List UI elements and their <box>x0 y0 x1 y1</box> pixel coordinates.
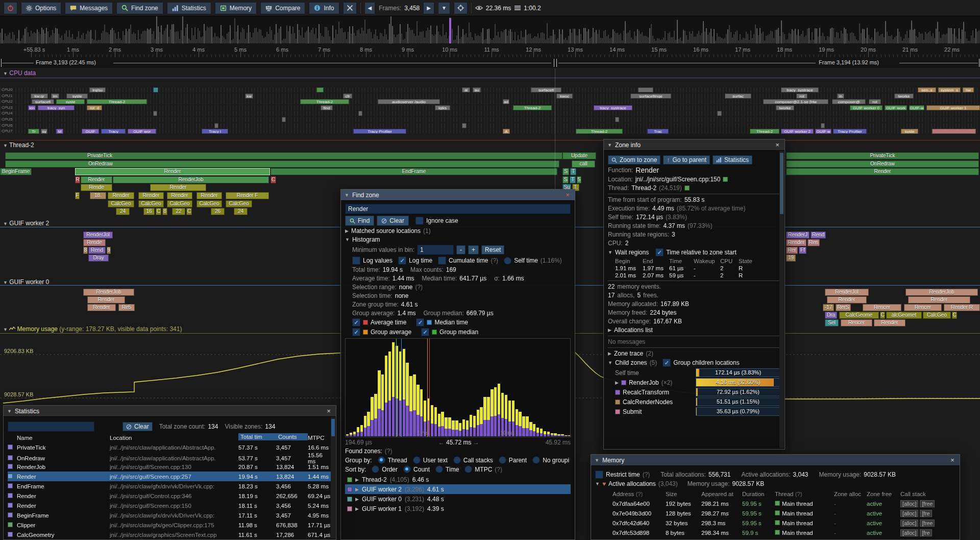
zone[interactable]: Rende <box>81 184 112 191</box>
cpu-zone[interactable]: lgiks <box>435 105 450 110</box>
reset-button[interactable]: Reset <box>481 245 504 254</box>
frame-spans-row[interactable]: Frame 3,193 (22.45 ms)Frame 3,194 (13.92… <box>0 57 980 69</box>
zone[interactable]: Rend <box>811 231 826 239</box>
found-zone-group-row[interactable]: ▶GUIF worker 1(3,192)4.39 s <box>345 504 571 513</box>
zone[interactable]: CalcGeo <box>167 200 192 207</box>
zone[interactable]: Render <box>87 296 125 303</box>
zone[interactable]: C <box>271 176 276 183</box>
zone[interactable]: Render <box>197 192 222 199</box>
cpu-zone[interactable]: Trac <box>647 129 669 134</box>
cpu-zone[interactable]: audioserver /audio <box>378 99 440 104</box>
zone[interactable]: Rencer <box>863 304 901 311</box>
statistics-button[interactable]: Statistics <box>167 2 211 14</box>
cpu-zone[interactable]: syste <box>66 93 88 99</box>
zone[interactable]: CalcGeo <box>197 200 222 207</box>
cpu-zone[interactable]: Thread-2 <box>750 129 779 134</box>
source-color-swatch[interactable] <box>723 177 728 182</box>
frame-histogram-strip[interactable] <box>0 16 980 44</box>
min-bin-input[interactable] <box>417 245 454 255</box>
next-frame-button[interactable]: ▶ <box>423 2 434 14</box>
zone[interactable]: 24 <box>234 208 248 215</box>
cpu-zone[interactable]: GUIF worker 2 <box>781 129 814 134</box>
zone[interactable]: T <box>570 176 576 183</box>
zone[interactable]: Render <box>874 319 905 326</box>
column-total-time[interactable]: Total tim <box>238 433 276 440</box>
zone[interactable]: C <box>952 312 957 319</box>
cpu-zone[interactable]: GUIF-w <box>909 105 924 110</box>
wait-column-header[interactable]: State <box>739 258 759 264</box>
cpu-zone[interactable]: M <box>56 129 63 134</box>
matched-locations-expander[interactable]: ▶ Matched source locations (1) <box>345 227 571 234</box>
histogram-plot[interactable]: 1 ms10 ms <box>345 338 571 437</box>
zone[interactable]: RenderJob <box>113 176 269 183</box>
zone[interactable]: CalcGeome <box>839 312 879 319</box>
search-input[interactable] <box>345 204 571 214</box>
memory-allocation-row[interactable]: 0x7dfc42d64032 bytes298.3 ms59.95 sMain … <box>595 518 955 528</box>
messages-button[interactable]: Messages <box>65 2 113 14</box>
scrollbar-thumb[interactable] <box>331 419 335 436</box>
cpu-zone[interactable]: GUIF worker 1 <box>926 105 980 110</box>
zone[interactable]: Render <box>167 192 192 199</box>
column-appeared-at[interactable]: Appeared at <box>701 491 742 497</box>
cpu-zone[interactable]: rot <box>796 93 807 99</box>
call-stack-chip[interactable]: [fre <box>920 510 932 517</box>
thread-color-swatch[interactable] <box>684 185 690 191</box>
cpu-zone[interactable]: GUIF work <box>885 105 907 110</box>
memory-allocation-row[interactable]: 0x7dfc53d8988 bytes298.34 ms59.9 sMain t… <box>595 528 955 537</box>
location-value[interactable]: jni/../jni/src/guif/Screen.cpp:150 <box>635 176 721 183</box>
call-stack-chip[interactable]: [alloc] <box>900 529 918 536</box>
go-to-parent-button[interactable]: ↑ Go to parent <box>663 155 710 165</box>
statistics-row[interactable]: Renderjni/../jni/src/guif/Screen.cpp:150… <box>8 501 332 510</box>
zone[interactable]: Render <box>138 192 164 199</box>
cpu-zone[interactable]: Tracy Profiler <box>353 129 406 134</box>
sort-by-option[interactable] <box>435 465 443 473</box>
wait-column-header[interactable]: Begin <box>615 258 643 264</box>
zone[interactable]: RenderJob <box>83 289 134 296</box>
zoom-out-button[interactable]: ▼ <box>438 2 450 14</box>
zone[interactable]: Render <box>786 168 979 175</box>
column-mtpc[interactable]: MTPC <box>308 435 332 441</box>
zone[interactable]: 8 <box>83 247 88 254</box>
zone[interactable]: 19 <box>786 254 796 262</box>
group-by-option[interactable] <box>453 456 461 464</box>
zone[interactable]: Render <box>108 192 134 199</box>
decrease-bin-button[interactable]: - <box>456 245 465 254</box>
cpu-zone[interactable]: tracy_systrace <box>594 105 632 110</box>
zone[interactable]: Render R <box>944 304 980 311</box>
statistics-row[interactable]: OnRedrawjni/../jni/src/claw/application/… <box>8 452 332 462</box>
zone[interactable]: Render F <box>226 192 269 199</box>
zone[interactable]: BeginFrame <box>0 168 32 175</box>
cpu-zone[interactable]: Thread-2 <box>300 99 349 104</box>
cpu-zone[interactable]: sen..s <box>918 87 936 92</box>
cpu-zone[interactable]: Tracy I <box>202 129 228 134</box>
cpu-zone[interactable]: surfacefl <box>32 99 54 104</box>
zone[interactable]: 5 <box>577 176 581 183</box>
wait-column-header[interactable]: End <box>643 258 669 264</box>
options-button[interactable]: Options <box>21 2 61 14</box>
child-zone-row[interactable]: CalcRenderNodes51.51 µs (1.15%) <box>615 397 780 406</box>
log-values-checkbox[interactable] <box>352 256 360 265</box>
child-zone-row[interactable]: Submit35.63 µs (0.79%) <box>615 407 780 416</box>
zone[interactable]: 16 <box>143 208 155 215</box>
cpu-zone[interactable]: GUIF <box>82 129 99 134</box>
cpu-zone[interactable] <box>615 117 619 122</box>
allocations-list-expander[interactable]: ▶ Allocations list <box>608 326 780 334</box>
self-time-toggle[interactable] <box>504 257 511 265</box>
chevron-right-icon[interactable]: ▶ <box>615 380 619 385</box>
statistics-row[interactable]: PrivateTickjni/../jni/src/claw/applicati… <box>8 442 332 452</box>
child-zone-row[interactable]: ▶RenderJob(×2)4.16 ms (92.60%) <box>615 378 780 387</box>
zone[interactable]: Rencer <box>841 319 872 326</box>
wait-regions-expander[interactable]: ▼ Wait regions ✓ Time relative to zone s… <box>608 248 780 256</box>
zone[interactable]: RerS <box>836 304 851 311</box>
statistics-row[interactable]: Renderjni/../jni/src/guif/Control.cpp:34… <box>8 491 332 501</box>
child-zone-row[interactable]: RecalcTransform72.92 µs (1.62%) <box>615 388 780 396</box>
zone[interactable]: Sel <box>825 319 839 326</box>
cpu-zone[interactable]: kw <box>245 93 253 99</box>
frame-label[interactable]: Frame 3,194 (13.92 ms) <box>819 59 879 65</box>
zone[interactable]: Rend <box>88 247 106 254</box>
cpu-zone[interactable]: Thread-2 <box>576 129 623 134</box>
cpu-zone[interactable]: A <box>503 129 510 134</box>
statistics-row[interactable]: Renderjni/../jni/src/guif/Screen.cpp:257… <box>8 472 332 481</box>
cpu-zone[interactable]: syste <box>56 99 85 104</box>
call-stack-chip[interactable]: [free <box>920 500 935 507</box>
